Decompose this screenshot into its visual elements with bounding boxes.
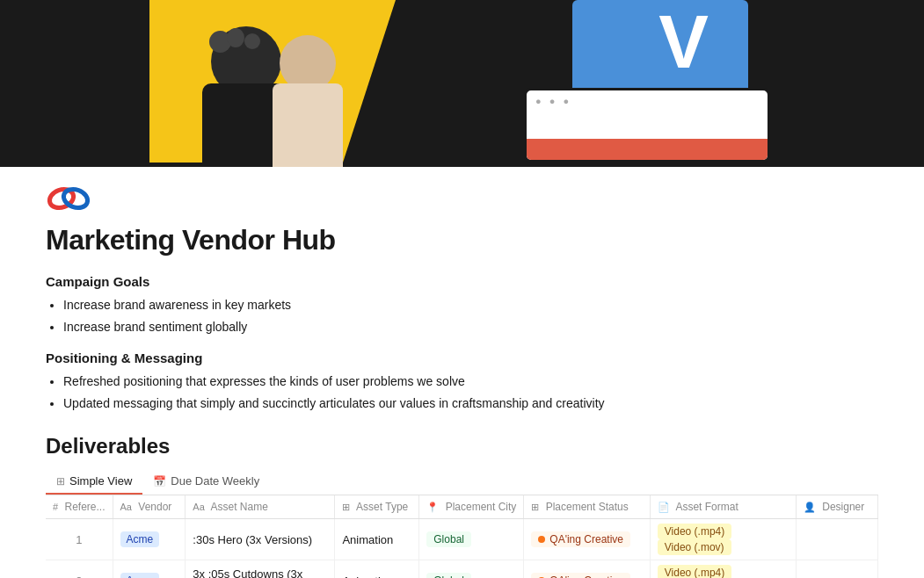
cell-ref: 3: [46, 560, 113, 579]
cell-ref: 1: [46, 519, 113, 560]
vendor-icon: Aa: [120, 502, 132, 512]
status-dot: [538, 536, 545, 543]
table-header-row: # Refere... Aa Vendor Aa Asset Name ⊞ As…: [46, 495, 878, 519]
cell-asset-format: Video (.mp4)Video (.mov): [650, 560, 796, 579]
cell-asset-name: :30s Hero (3x Versions): [186, 519, 335, 560]
cell-placement-city: Global: [419, 560, 524, 579]
campaign-goal-item-1: Increase brand awareness in key markets: [63, 296, 878, 314]
deliverables-table: # Refere... Aa Vendor Aa Asset Name ⊞ As…: [46, 495, 878, 578]
col-header-designer: 👤 Designer: [796, 495, 877, 519]
col-header-ref: # Refere...: [46, 495, 113, 519]
format-icon: 📄: [658, 502, 670, 512]
hash-icon: #: [53, 502, 58, 512]
vendor-badge: Acme: [120, 531, 160, 547]
cell-asset-format: Video (.mp4)Video (.mov): [650, 519, 796, 560]
format-tag: Video (.mp4): [658, 565, 731, 578]
city-badge: Global: [426, 573, 471, 578]
table-icon: ⊞: [56, 475, 65, 488]
positioning-heading: Positioning & Messaging: [46, 350, 878, 365]
page-title: Marketing Vendor Hub: [46, 224, 878, 256]
vendor-badge: Acme: [120, 573, 160, 578]
view-tabs: ⊞ Simple View 📅 Due Date Weekly: [46, 469, 878, 495]
cell-placement-city: Global: [419, 519, 524, 560]
deliverables-heading: Deliverables: [46, 434, 878, 459]
cell-vendor: Acme: [113, 560, 186, 579]
status-badge: QA'ing Creative: [531, 531, 630, 547]
col-header-placement-city: 📍 Placement City: [419, 495, 524, 519]
tab-simple-view-label: Simple View: [69, 474, 132, 488]
col-header-vendor: Aa Vendor: [113, 495, 186, 519]
city-badge: Global: [426, 531, 471, 547]
table-body: 1Acme:30s Hero (3x Versions)AnimationGlo…: [46, 519, 878, 579]
tab-due-date-label: Due Date Weekly: [171, 474, 259, 488]
col-header-placement-status: ⊞ Placement Status: [524, 495, 650, 519]
page-logo: [46, 176, 91, 221]
cell-designer: [796, 560, 877, 579]
cell-placement-status: QA'ing Creative: [524, 560, 650, 579]
tab-simple-view[interactable]: ⊞ Simple View: [46, 469, 142, 495]
deliverables-section: Deliverables ⊞ Simple View 📅 Due Date We…: [46, 434, 878, 578]
col-header-asset-name: Aa Asset Name: [186, 495, 335, 519]
positioning-list: Refreshed positioning that expresses the…: [46, 372, 878, 413]
page-content: Marketing Vendor Hub Campaign Goals Incr…: [0, 224, 924, 578]
status-icon: ⊞: [531, 502, 539, 512]
logo-area: [0, 167, 924, 224]
positioning-item-2: Updated messaging that simply and succin…: [63, 394, 878, 413]
format-tag: Video (.mp4): [658, 524, 731, 539]
cell-asset-type: Animation: [335, 560, 419, 579]
hero-banner: V ● ● ●: [0, 0, 924, 167]
designer-icon: 👤: [804, 502, 816, 512]
tab-due-date[interactable]: 📅 Due Date Weekly: [142, 469, 270, 495]
positioning-section: Positioning & Messaging Refreshed positi…: [46, 350, 878, 413]
col-header-asset-format: 📄 Asset Format: [650, 495, 796, 519]
cell-asset-type: Animation: [335, 519, 419, 560]
status-badge: QA'ing Creative: [531, 573, 630, 578]
cell-asset-name: 3x :05s Cutdowns (3x Versions): [186, 560, 335, 579]
asset-name-icon: Aa: [193, 502, 204, 512]
positioning-item-1: Refreshed positioning that expresses the…: [63, 372, 878, 391]
campaign-goals-section: Campaign Goals Increase brand awareness …: [46, 274, 878, 336]
table-row: 3Acme3x :05s Cutdowns (3x Versions)Anima…: [46, 560, 878, 579]
hero-v-letter: V: [658, 4, 709, 79]
city-icon: 📍: [426, 502, 439, 512]
format-tag: Video (.mov): [658, 539, 731, 555]
cell-designer: [796, 519, 877, 560]
col-header-asset-type: ⊞ Asset Type: [335, 495, 419, 519]
table-row: 1Acme:30s Hero (3x Versions)AnimationGlo…: [46, 519, 878, 560]
calendar-icon: 📅: [153, 475, 166, 488]
campaign-goals-list: Increase brand awareness in key markets …: [46, 296, 878, 336]
asset-type-icon: ⊞: [342, 502, 350, 512]
cell-vendor: Acme: [113, 519, 186, 560]
campaign-goal-item-2: Increase brand sentiment globally: [63, 318, 878, 336]
campaign-goals-heading: Campaign Goals: [46, 274, 878, 289]
cell-placement-status: QA'ing Creative: [524, 519, 650, 560]
